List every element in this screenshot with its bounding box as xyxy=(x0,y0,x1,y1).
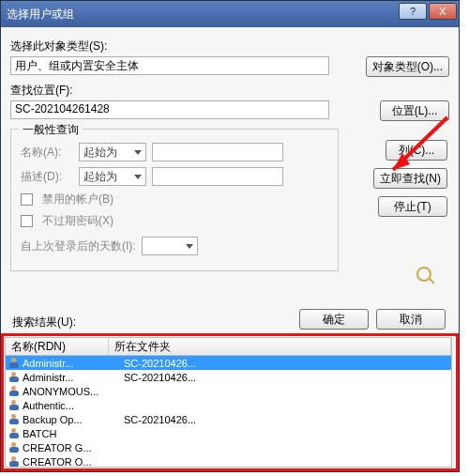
desc-field-label: 描述(D): xyxy=(21,169,73,185)
ok-cancel-group: 确定 取消 xyxy=(299,309,446,330)
columns-button[interactable]: 列(C)... xyxy=(386,140,447,161)
magnifier-icon xyxy=(408,262,440,286)
user-icon xyxy=(8,358,21,369)
disabled-accounts-checkbox[interactable] xyxy=(21,193,33,206)
name-match-combo[interactable]: 起始为 xyxy=(79,143,146,161)
row-name: Administr... xyxy=(23,372,124,383)
select-user-dialog: 选择用户或组 ? X 选择此对象类型(S): 用户、组或内置安全主体 对象类型(… xyxy=(0,0,460,472)
object-type-label: 选择此对象类型(S): xyxy=(10,38,449,54)
titlebar[interactable]: 选择用户或组 ? X xyxy=(1,1,459,27)
close-button[interactable]: X xyxy=(429,3,457,20)
row-folder: SC-20210426... xyxy=(124,414,196,425)
user-icon xyxy=(8,442,21,453)
desc-input[interactable] xyxy=(152,167,283,186)
location-label: 查找位置(F): xyxy=(10,83,449,99)
row-name: ANONYMOUS... xyxy=(23,386,124,397)
user-icon xyxy=(8,456,21,468)
ok-button[interactable]: 确定 xyxy=(299,309,369,330)
last-logon-combo[interactable] xyxy=(142,237,198,255)
user-icon xyxy=(8,400,21,411)
col-name[interactable]: 名称(RDN) xyxy=(6,338,109,355)
object-types-button[interactable]: 对象类型(O)... xyxy=(366,56,449,77)
help-button[interactable]: ? xyxy=(399,3,427,20)
window-buttons: ? X xyxy=(399,3,457,20)
name-field-label: 名称(A): xyxy=(21,145,73,161)
last-logon-label: 自上次登录后的天数(I): xyxy=(21,238,136,254)
search-results-label: 搜索结果(U): xyxy=(12,315,76,330)
object-type-field: 用户、组或内置安全主体 xyxy=(10,56,329,75)
location-field: SC-202104261428 xyxy=(10,100,329,119)
nonexpire-password-label: 不过期密码(X) xyxy=(42,213,113,229)
row-name: Backup Op... xyxy=(23,414,124,425)
user-icon xyxy=(8,386,21,397)
table-row[interactable]: CREATOR G... xyxy=(6,440,451,454)
user-icon xyxy=(8,372,21,383)
table-row[interactable]: BATCH xyxy=(6,426,451,440)
desc-match-combo[interactable]: 起始为 xyxy=(79,167,146,186)
disabled-accounts-label: 禁用的帐户(B) xyxy=(42,192,113,207)
user-icon xyxy=(8,428,21,439)
row-folder: SC-20210426... xyxy=(124,372,196,383)
table-row[interactable]: ANONYMOUS... xyxy=(6,384,451,398)
nonexpire-password-checkbox[interactable] xyxy=(21,215,33,227)
table-row[interactable]: CREATOR O... xyxy=(6,454,451,468)
right-button-column: 列(C)... 立即查找(N) 停止(T) xyxy=(373,140,447,217)
row-name: CREATOR O... xyxy=(23,456,124,468)
row-name: BATCH xyxy=(23,428,124,439)
user-icon xyxy=(8,414,21,425)
results-list[interactable]: Administr...SC-20210426...Administr...SC… xyxy=(5,356,452,468)
results-header: 名称(RDN) 所在文件夹 xyxy=(5,337,452,356)
find-now-button[interactable]: 立即查找(N) xyxy=(373,168,447,189)
row-name: CREATOR G... xyxy=(23,442,124,453)
window-title: 选择用户或组 xyxy=(7,7,74,23)
table-row[interactable]: Administr...SC-20210426... xyxy=(6,370,451,384)
table-row[interactable]: Administr...SC-20210426... xyxy=(6,356,451,370)
row-name: Authentic... xyxy=(23,400,124,411)
table-row[interactable]: Authentic... xyxy=(6,398,451,412)
common-queries-legend: 一般性查询 xyxy=(19,122,83,138)
col-folder[interactable]: 所在文件夹 xyxy=(109,338,451,355)
cancel-button[interactable]: 取消 xyxy=(376,309,446,330)
client-area: 选择此对象类型(S): 用户、组或内置安全主体 对象类型(O)... 查找位置(… xyxy=(1,27,459,471)
locations-button[interactable]: 位置(L)... xyxy=(380,100,449,121)
row-name: Administr... xyxy=(23,358,124,369)
name-input[interactable] xyxy=(152,143,283,161)
table-row[interactable]: Backup Op...SC-20210426... xyxy=(6,412,451,426)
stop-button[interactable]: 停止(T) xyxy=(378,196,447,217)
common-queries-group: 一般性查询 名称(A): 起始为 描述(D): 起始为 禁用的帐户(B) 不过期… xyxy=(10,129,339,271)
row-folder: SC-20210426... xyxy=(124,358,196,369)
